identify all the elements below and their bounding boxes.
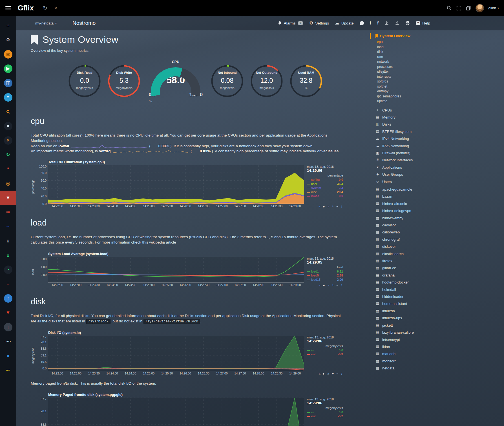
update-button[interactable]: ☁ Update (335, 21, 354, 25)
rail-app-three-dots-icon[interactable]: ••• (0, 219, 16, 234)
rail-app-dark-x-orange-icon[interactable]: × (0, 133, 16, 148)
chart-resize-handle[interactable]: ↕ (341, 204, 342, 208)
legend-series-system[interactable]: system2.3 (307, 186, 343, 190)
rail-app-download-red-icon[interactable]: ↓ (0, 320, 16, 334)
rail-app-jars-icon[interactable]: ▥ (0, 76, 16, 90)
export-button[interactable] (395, 21, 399, 25)
nav-app-chronograf[interactable]: ▦chronograf (370, 236, 504, 243)
gauge-net-inbound[interactable]: Net Inbound0.08megabits/s (211, 64, 244, 98)
rail-home-icon[interactable]: ⌂ (0, 18, 16, 33)
avatar[interactable] (476, 4, 484, 12)
rail-app-lazylibrarian-icon[interactable]: LAZY (0, 334, 16, 349)
chart-pan-left-button[interactable]: « (319, 283, 321, 287)
rail-app-dots-grid-icon[interactable]: ∷∷ (0, 205, 16, 219)
nav-app-calibreweb[interactable]: ▦calibreweb (370, 229, 504, 236)
nav-section-btrfs-filesystem[interactable]: ▤BTRFS filesystem (370, 128, 504, 135)
alarms-button[interactable]: Alarms 2 (278, 21, 303, 25)
nav-section-cpus[interactable]: ⚡CPUs (370, 107, 504, 114)
rail-app-lines-icon[interactable]: ≡ (0, 277, 16, 291)
nav-app-monitorr[interactable]: ▦monitorr (370, 358, 504, 365)
nav-app-binhex-airsonic[interactable]: ▦binhex-airsonic (370, 200, 504, 207)
nav-item-entropy[interactable]: entropy (370, 89, 504, 94)
rail-app-green-play-icon[interactable]: ▶ (0, 61, 16, 76)
nav-app-cadvisor[interactable]: ▦cadvisor (370, 222, 504, 229)
chart-zoom-in-button[interactable]: + (332, 283, 334, 287)
nav-section-firewall-netfilter-[interactable]: ▣Firewall (netfilter) (370, 150, 504, 157)
nav-app-hddtemp-docker[interactable]: ▦hddtemp-docker (370, 279, 504, 286)
rail-app-sabnzbd-icon[interactable]: sab (0, 363, 16, 377)
legend-series-load5[interactable]: load52.68 (307, 273, 343, 278)
gauge-cpu[interactable]: CPU 58.0 0.0100.0 % (147, 60, 204, 107)
nav-app-grafana[interactable]: ▦grafana (370, 272, 504, 279)
nav-app-netdata[interactable]: ▦netdata (370, 365, 504, 372)
nav-item-cpu[interactable]: cpu (370, 40, 504, 45)
nav-section-memory[interactable]: ▦Memory (370, 114, 504, 121)
chart-pan-left-button[interactable]: « (319, 204, 321, 208)
gauge-used-ram[interactable]: Used RAM32.8% (289, 64, 323, 98)
gauge-net-outbound[interactable]: Net Outbound12.0megabits/s (250, 64, 283, 98)
legend-series-load1[interactable]: load16.51 (307, 269, 343, 274)
nav-item-network[interactable]: network (370, 59, 504, 64)
nav-app-mariadb[interactable]: ▦mariadb (370, 350, 504, 357)
softirq-sparkline[interactable] (113, 149, 188, 153)
legend-series-out[interactable]: out-5.3 (307, 352, 343, 356)
nav-app-binhex-emby[interactable]: ▦binhex-emby (370, 215, 504, 222)
chart-zoom-out-button[interactable]: − (336, 283, 338, 287)
rail-app-gitlab-fox-icon[interactable]: ▼ (0, 305, 16, 320)
chart-resize-handle[interactable]: ↕ (341, 283, 342, 287)
nav-app-bazarr[interactable]: ▦bazarr (370, 193, 504, 200)
rail-settings-icon[interactable]: ⚙ (0, 33, 16, 47)
search-icon[interactable] (446, 5, 452, 11)
nav-app-firefox[interactable]: ▦firefox (370, 257, 504, 264)
nav-app-home-assistant[interactable]: ▦home-assistant (370, 300, 504, 307)
gauge-disk-read[interactable]: Disk Read0.0megabytes/s (68, 64, 101, 98)
rail-app-soundbars-icon[interactable]: ≡ (0, 90, 16, 104)
nav-app-influxdb-ups[interactable]: ▦influxdb-ups (370, 315, 504, 322)
nav-item-disk[interactable]: disk (370, 50, 504, 55)
chart-resize-handle[interactable]: ↕ (341, 372, 342, 376)
tabs-icon[interactable] (466, 6, 471, 11)
nav-item-softnet[interactable]: softnet (370, 84, 504, 89)
nav-app-binhex-delugevpn[interactable]: ▦binhex-delugevpn (370, 207, 504, 214)
rail-app-dark-x-icon[interactable]: × (0, 119, 16, 133)
nav-item-softirqs[interactable]: softirqs (370, 79, 504, 84)
nav-app-lidarr[interactable]: ▦lidarr (370, 343, 504, 350)
rail-app-u-grey-icon[interactable]: ∪ (0, 234, 16, 248)
chart-zoom-in-button[interactable]: + (332, 204, 334, 208)
iowait-sparkline[interactable] (71, 144, 147, 148)
rail-app-u-green-icon[interactable]: ∪ (0, 248, 16, 262)
chart-pan-right-button[interactable]: » (327, 283, 329, 287)
chart-zoom-out-button[interactable]: − (336, 204, 338, 208)
nav-app-jackett[interactable]: ▦jackett (370, 322, 504, 329)
rail-app-color-x-icon[interactable]: * (0, 162, 16, 176)
chart-play-button[interactable]: ▸ (323, 204, 325, 208)
close-tab-icon[interactable]: × (54, 5, 57, 11)
nav-app-elasticsearch[interactable]: ▦elasticsearch (370, 250, 504, 257)
legend-series-nice[interactable]: nice20.4 (307, 190, 343, 194)
nav-section-ipv6-networking[interactable]: ☁IPv6 Networking (370, 142, 504, 150)
legend-series-out[interactable]: out-5.2 (307, 414, 343, 418)
user-menu[interactable]: gilbn▾ (488, 6, 499, 10)
rail-app-atom-icon[interactable]: ◎ (0, 176, 16, 191)
nav-app-influxdb[interactable]: ▦influxdb (370, 307, 504, 315)
print-button[interactable] (405, 21, 410, 25)
rail-app-search-icon[interactable]: ⚲ (0, 104, 16, 119)
chart-pan-right-button[interactable]: » (327, 204, 329, 208)
chart-canvas[interactable] (48, 336, 304, 371)
chart-canvas[interactable] (48, 398, 304, 426)
legend-series-softirq[interactable]: softirq0.0 (307, 178, 343, 182)
nav-section-disks[interactable]: ◫Disks (370, 121, 504, 128)
legend-series-user[interactable]: user35.3 (307, 182, 343, 186)
nav-section-applications[interactable]: ♥Applications (370, 164, 504, 171)
nav-item-load[interactable]: load (370, 45, 504, 50)
legend-series-load15[interactable]: load152.06 (307, 278, 343, 282)
nav-app-gitlab-ce[interactable]: ▦gitlab-ce (370, 264, 504, 271)
legend-series-in[interactable]: in0.0 (307, 410, 343, 414)
fullscreen-icon[interactable] (456, 6, 461, 11)
chart-play-button[interactable]: ▸ (323, 372, 325, 376)
nav-app-lazylibrarian-calibre[interactable]: ▦lazylibrarian-calibre (370, 329, 504, 336)
chart-pan-right-button[interactable]: » (327, 372, 329, 376)
rail-app-circle-dark-icon[interactable]: ◔ (0, 262, 16, 277)
help-button[interactable]: ? Help (416, 21, 430, 25)
gauge-disk-write[interactable]: Disk Write5.3megabytes/s (107, 64, 141, 98)
